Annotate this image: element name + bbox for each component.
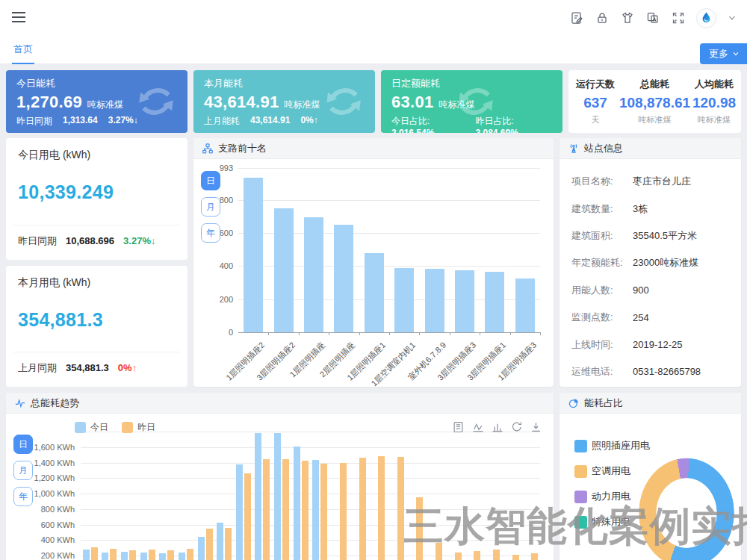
bar-室外机6.7.8.9[interactable] — [425, 269, 444, 332]
note-edit-icon[interactable] — [569, 11, 583, 25]
chevron-down-icon[interactable] — [728, 13, 737, 22]
trend-bar-昨日[interactable] — [455, 553, 462, 560]
energy-share-donut-chart[interactable] — [637, 456, 736, 560]
y-axis-tick-label: 600 KWh — [41, 520, 75, 529]
bar-1层照明插座2[interactable] — [244, 178, 263, 332]
stat-unit: 吨标准煤 — [619, 114, 690, 125]
trend-bar-昨日[interactable] — [340, 463, 347, 560]
kpi-sub-percent: 0%↑ — [300, 115, 317, 128]
restore-icon[interactable] — [511, 421, 522, 432]
gridline — [81, 540, 540, 541]
pie-legend-label: 特殊用电 — [592, 515, 630, 529]
period-button-月[interactable]: 月 — [201, 197, 220, 217]
gridline — [81, 463, 540, 464]
trend-bar-今日[interactable] — [236, 464, 243, 560]
trend-bar-今日[interactable] — [255, 433, 261, 560]
trend-bar-昨日[interactable] — [302, 461, 309, 560]
bar-3层照明插座3[interactable] — [455, 270, 474, 332]
x-axis-tick — [510, 332, 511, 335]
trend-bar-今日[interactable] — [274, 433, 281, 560]
stat-block: 总能耗108,878.61吨标准煤 — [619, 78, 690, 125]
site-info-value: 3栋 — [633, 202, 648, 216]
more-button[interactable]: 更多 — [700, 43, 747, 64]
trend-bar-今日[interactable] — [102, 553, 108, 560]
trend-bar-昨日[interactable] — [378, 456, 385, 560]
chevron-down-icon — [732, 50, 740, 57]
site-info-row: 上线时间:2019-12-25 — [571, 331, 741, 358]
hamburger-menu-icon[interactable] — [12, 12, 25, 25]
bar-3层照明插座1[interactable] — [485, 272, 504, 332]
period-button-日[interactable]: 日 — [13, 435, 33, 454]
translate-icon[interactable] — [645, 11, 660, 25]
trend-bar-今日[interactable] — [217, 523, 223, 560]
site-info-label: 运维电话: — [571, 365, 633, 379]
trend-bar-今日[interactable] — [312, 460, 319, 560]
trend-bar-昨日[interactable] — [244, 473, 251, 560]
trend-bar-今日[interactable] — [159, 553, 166, 560]
pie-legend-label: 空调用电 — [592, 464, 630, 478]
site-info-label: 年定额能耗: — [571, 256, 633, 270]
trend-bar-昨日[interactable] — [225, 528, 232, 560]
trend-bar-昨日[interactable] — [110, 549, 117, 560]
site-info-value: 900 — [633, 284, 649, 296]
trend-bar-昨日[interactable] — [493, 550, 500, 560]
trend-bar-昨日[interactable] — [187, 549, 193, 560]
trend-bar-昨日[interactable] — [167, 550, 174, 560]
trend-bar-昨日[interactable] — [282, 459, 289, 560]
trend-bar-昨日[interactable] — [359, 458, 366, 560]
trend-bar-昨日[interactable] — [531, 553, 538, 560]
trend-bar-今日[interactable] — [83, 550, 90, 560]
trend-bar-昨日[interactable] — [397, 457, 404, 560]
trend-bar-昨日[interactable] — [263, 459, 270, 560]
trend-bar-昨日[interactable] — [512, 555, 519, 560]
lock-icon[interactable] — [595, 11, 609, 25]
trend-bar-昨日[interactable] — [474, 551, 480, 560]
legend-item-昨日[interactable]: 昨日 — [122, 421, 155, 434]
site-info-value: 2019-12-25 — [633, 339, 683, 350]
data-view-icon[interactable] — [453, 421, 464, 432]
period-button-月[interactable]: 月 — [13, 461, 33, 480]
trend-bar-昨日[interactable] — [129, 550, 136, 560]
trend-bar-昨日[interactable] — [416, 497, 423, 560]
site-info-value: 枣庄市台儿庄 — [633, 175, 691, 188]
download-icon[interactable] — [530, 421, 542, 432]
trend-bar-昨日[interactable] — [206, 529, 213, 560]
tab-home[interactable]: 首页 — [12, 36, 34, 64]
bar-chart-icon[interactable] — [492, 421, 503, 432]
trend-bar-昨日[interactable] — [149, 550, 155, 560]
trend-bar-今日[interactable] — [121, 552, 128, 560]
line-chart-icon[interactable] — [472, 421, 483, 432]
trend-bar-今日[interactable] — [140, 553, 147, 560]
site-info-row: 监测点数:254 — [571, 304, 741, 331]
bar-1层照明插座[interactable] — [304, 217, 323, 332]
trend-bar-昨日[interactable] — [320, 464, 327, 560]
period-button-日[interactable]: 日 — [201, 171, 220, 190]
trend-bar-昨日[interactable] — [91, 547, 98, 560]
bar-2层照明插座[interactable] — [334, 225, 353, 332]
trend-bar-今日[interactable] — [179, 553, 185, 560]
site-info-row: 运维电话:0531-82665798 — [571, 358, 741, 385]
period-button-年[interactable]: 年 — [13, 487, 33, 506]
pie-legend-item-照明插座用电[interactable]: 照明插座用电 — [574, 439, 650, 452]
trend-bar-今日[interactable] — [198, 537, 205, 560]
x-axis-tick — [389, 332, 390, 335]
bar-1层照明插座3[interactable] — [515, 279, 535, 332]
usage-percent: 3.27%↓ — [123, 235, 155, 246]
pie-legend-item-空调用电[interactable]: 空调用电 — [574, 464, 650, 478]
kpi-value: 43,614.91 — [204, 93, 279, 112]
theme-icon[interactable] — [620, 11, 634, 25]
branch-top10-panel: 支路前十名 日月年 02004006008009931层照明插座23层照明插座2… — [193, 138, 554, 387]
trend-bar-昨日[interactable] — [436, 543, 442, 560]
bar-1层照明插座1[interactable] — [365, 253, 384, 332]
site-info-value: 0531-82665798 — [633, 366, 701, 377]
trend-bar-今日[interactable] — [294, 447, 300, 560]
period-button-年[interactable]: 年 — [201, 223, 220, 243]
usage-compare-value: 10,688.696 — [66, 235, 114, 246]
bar-1层空调室内机1[interactable] — [394, 268, 414, 332]
user-avatar[interactable] — [696, 8, 716, 28]
fullscreen-icon[interactable] — [671, 11, 685, 25]
legend-item-今日[interactable]: 今日 — [75, 421, 108, 434]
gridline — [238, 200, 540, 201]
bar-3层照明插座2[interactable] — [274, 208, 294, 332]
y-axis-tick-label: 400 — [220, 261, 233, 270]
